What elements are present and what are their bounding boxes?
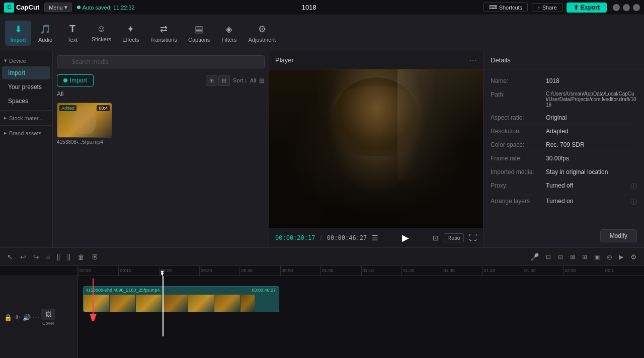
crop-icon[interactable]: ⊡ <box>433 234 439 242</box>
timeline-split-button[interactable]: ⌽ <box>44 252 52 261</box>
menu-button[interactable]: Menu ▾ <box>44 3 72 12</box>
detail-row-framerate: Frame rate: 30.00fps <box>491 152 637 165</box>
search-input[interactable] <box>57 55 265 68</box>
track-controls: 🔒 👁 🔊 ⋯ 🖼 Cover <box>0 276 77 358</box>
playhead-head: ▼ <box>159 271 165 277</box>
cover-label: Cover <box>42 321 54 326</box>
share-button[interactable]: ↑ Share <box>532 3 562 12</box>
filters-icon: ◈ <box>225 24 232 35</box>
timeline-toolbar: ↖ ↩ ↪ ⌽ [| |] 🗑 ⛨ 🎤 ⊡ ⊟ ⊠ ⊞ ▣ ◎ ▶ ⚙ <box>0 248 644 266</box>
media-grid: Added 00:4 4153808-...5fps.mp4 <box>53 100 269 247</box>
timeline-ctrl1-button[interactable]: ⊡ <box>544 252 553 261</box>
timeline-delete-button[interactable]: 🗑 <box>75 252 87 262</box>
close-button[interactable] <box>633 4 640 11</box>
media-panel: 🔍 Import ⊞ ⊟ Sort ↕ All ⊞ All <box>53 51 269 247</box>
filter-options-button[interactable]: ⊞ <box>259 77 265 84</box>
visibility-icon[interactable]: 👁 <box>14 314 21 321</box>
chevron-down-icon: ▾ <box>4 57 7 64</box>
player-menu-icon[interactable]: ⋯ <box>469 55 477 65</box>
media-filter-bar: All <box>53 88 269 100</box>
sidebar-item-spaces[interactable]: Spaces <box>2 95 50 108</box>
project-name: 1018 <box>140 4 478 11</box>
tool-stickers-label: Stickers <box>92 36 111 42</box>
autosave-dot <box>77 6 80 9</box>
minimize-button[interactable] <box>613 4 620 11</box>
tool-text[interactable]: T Text <box>59 20 86 46</box>
sidebar-section-device[interactable]: ▾ Device <box>0 55 52 66</box>
ruler-mark: 01:10 <box>361 266 401 276</box>
timeline-shield-button[interactable]: ⛨ <box>90 252 101 262</box>
sidebar-section-brand[interactable]: ▸ Brand assets <box>0 128 52 138</box>
list-view-button[interactable]: ⊟ <box>218 75 230 86</box>
tool-captions[interactable]: ▤ Captions <box>183 21 215 46</box>
tool-stickers[interactable]: ☺ Stickers <box>87 21 116 45</box>
arrange-info-icon[interactable]: ⓘ <box>630 198 637 207</box>
timeline-trim-right-button[interactable]: |] <box>65 252 72 261</box>
filter-all-label: All <box>57 91 63 98</box>
export-button[interactable]: ⬆ Export <box>567 3 607 13</box>
modify-button[interactable]: Modify <box>600 229 637 242</box>
chevron-right-icon: ▸ <box>4 130 7 136</box>
tool-filters[interactable]: ◈ Filters <box>216 21 242 46</box>
media-toolbar: Import ⊞ ⊟ Sort ↕ All ⊞ <box>53 72 269 88</box>
top-bar: C CapCut Menu ▾ Auto saved: 11:22:32 101… <box>0 0 644 15</box>
timeline-settings-button[interactable]: ⚙ <box>628 252 639 262</box>
media-search-area: 🔍 <box>53 51 269 72</box>
player-panel: Player ⋯ 00:00:20:17 / <box>269 51 483 247</box>
timeline-ctrl5-button[interactable]: ▣ <box>592 252 602 261</box>
details-body: Name: 1018 Path: C:/Users/Usman/AppData/… <box>484 69 644 224</box>
more-icon[interactable]: ⋯ <box>33 314 39 321</box>
lock-icon[interactable]: 🔒 <box>4 314 12 321</box>
tool-adjustment-label: Adjustment <box>248 37 276 43</box>
timeline-playhead[interactable]: ▼ <box>163 276 164 336</box>
detail-row-path: Path: C:/Users/Usman/AppData/Local/CapCu… <box>491 88 637 111</box>
sidebar-section-stock[interactable]: ▸ Stock mater... <box>0 113 52 123</box>
import-media-button[interactable]: Import <box>57 74 94 86</box>
audio-track-icon[interactable]: 🔊 <box>23 314 31 321</box>
ratio-button[interactable]: Ratio <box>444 233 464 242</box>
timeline-redo-button[interactable]: ↪ <box>31 252 41 262</box>
play-button[interactable]: ▶ <box>402 232 409 243</box>
all-filter-button[interactable]: All <box>250 77 256 83</box>
list-view-icon[interactable]: ☰ <box>372 234 378 242</box>
maximize-button[interactable] <box>623 4 630 11</box>
right-panel: Details Name: 1018 Path: C:/Users/Usman/… <box>483 51 644 247</box>
timeline-ctrl6-button[interactable]: ◎ <box>605 252 614 261</box>
shortcuts-button[interactable]: ⌨ Shortcuts <box>484 3 528 12</box>
details-header: Details <box>484 51 644 69</box>
logo-icon: C <box>4 3 14 13</box>
ruler-mark: 01:30 <box>442 266 482 276</box>
added-badge: Added <box>59 105 76 111</box>
grid-view-button[interactable]: ⊞ <box>206 75 217 86</box>
timeline-ctrl3-button[interactable]: ⊠ <box>568 252 577 261</box>
timeline-undo-button[interactable]: ↩ <box>18 252 28 262</box>
timeline-main[interactable]: 00:00 00:10 00:20 00:30 00:40 00:50 01:0… <box>78 266 644 358</box>
tool-effects-label: Effects <box>122 37 139 43</box>
tool-effects[interactable]: ✦ Effects <box>117 21 144 46</box>
timeline-ctrl7-button[interactable]: ▶ <box>617 252 625 261</box>
list-item[interactable]: Added 00:4 4153808-...5fps.mp4 <box>57 103 112 145</box>
timeline-ctrl2-button[interactable]: ⊟ <box>556 252 565 261</box>
left-sidebar: ▾ Device Import Your presets Spaces ▸ St… <box>0 51 53 247</box>
ruler-mark: 02:00 <box>563 266 603 276</box>
timeline-mic-button[interactable]: 🎤 <box>528 252 541 262</box>
tool-import[interactable]: ⬇ Import <box>5 21 31 46</box>
sort-button[interactable]: Sort ↕ <box>233 77 247 83</box>
cover-icon: 🖼 <box>41 309 55 320</box>
drop-arrow-icon <box>83 276 113 321</box>
timeline-cursor-button[interactable]: ↖ <box>5 252 15 262</box>
fullscreen-button[interactable]: ⛶ <box>469 233 477 242</box>
player-title: Player <box>275 56 294 64</box>
cover-button[interactable]: 🖼 Cover <box>41 309 55 326</box>
proxy-info-icon[interactable]: ⓘ <box>630 182 637 191</box>
tool-adjustment[interactable]: ⚙ Adjustment <box>243 21 281 46</box>
timeline-ctrl4-button[interactable]: ⊞ <box>580 252 589 261</box>
tool-import-label: Import <box>10 37 26 43</box>
tool-audio[interactable]: 🎵 Audio <box>32 21 58 46</box>
media-filename: 4153808-...5fps.mp4 <box>57 139 112 145</box>
timeline-area: 🔒 👁 🔊 ⋯ 🖼 Cover 00:00 00:10 00:20 00:30 <box>0 266 644 358</box>
timeline-trim-left-button[interactable]: [| <box>55 252 62 261</box>
sidebar-item-import[interactable]: Import <box>2 66 50 79</box>
sidebar-item-presets[interactable]: Your presets <box>2 80 50 94</box>
tool-transitions[interactable]: ⇄ Transitions <box>145 21 182 46</box>
